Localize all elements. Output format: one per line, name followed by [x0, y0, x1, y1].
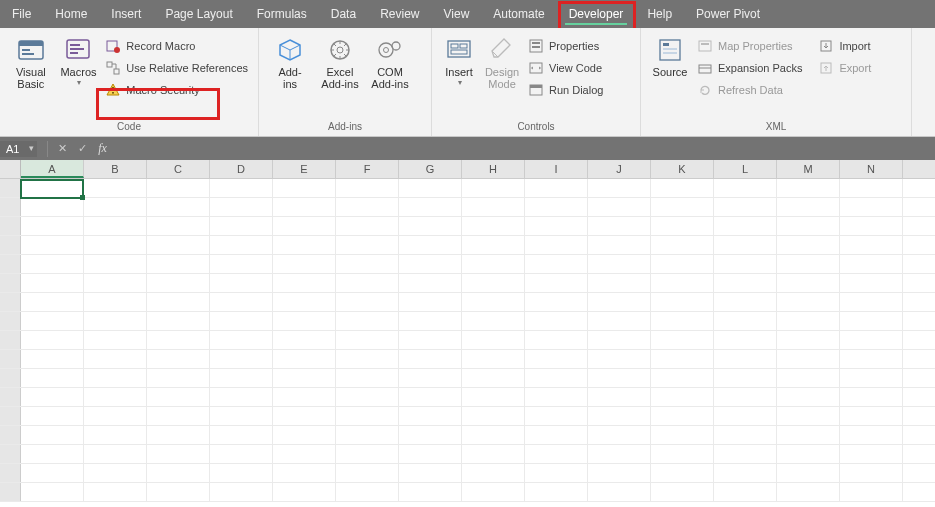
cell[interactable]	[84, 445, 147, 463]
tab-file[interactable]: File	[0, 0, 43, 28]
import-button[interactable]: Import	[814, 36, 875, 56]
cell[interactable]	[84, 274, 147, 292]
tab-data[interactable]: Data	[319, 0, 368, 28]
cell[interactable]	[336, 312, 399, 330]
row-header-2[interactable]	[0, 198, 21, 216]
cell[interactable]	[273, 426, 336, 444]
cell[interactable]	[840, 426, 903, 444]
cell[interactable]	[714, 369, 777, 387]
cell[interactable]	[336, 331, 399, 349]
row-header-3[interactable]	[0, 217, 21, 235]
cell[interactable]	[525, 179, 588, 197]
row-header-6[interactable]	[0, 274, 21, 292]
cell[interactable]	[777, 331, 840, 349]
cell[interactable]	[777, 369, 840, 387]
cell[interactable]	[210, 255, 273, 273]
cell[interactable]	[210, 198, 273, 216]
cell[interactable]	[651, 198, 714, 216]
row-header-14[interactable]	[0, 426, 21, 444]
cell[interactable]	[840, 198, 903, 216]
record-macro-button[interactable]: Record Macro	[101, 36, 252, 56]
cell[interactable]	[399, 312, 462, 330]
cell[interactable]	[399, 426, 462, 444]
cancel-formula-button[interactable]: ✕	[52, 139, 72, 159]
cell[interactable]	[336, 255, 399, 273]
row-header-15[interactable]	[0, 445, 21, 463]
cell[interactable]	[588, 369, 651, 387]
cell[interactable]	[147, 464, 210, 482]
cell[interactable]	[840, 407, 903, 425]
cell[interactable]	[525, 312, 588, 330]
cell[interactable]	[777, 255, 840, 273]
cell[interactable]	[714, 464, 777, 482]
row-header-12[interactable]	[0, 388, 21, 406]
insert-function-button[interactable]: fx	[92, 139, 112, 159]
cell[interactable]	[651, 312, 714, 330]
cell[interactable]	[462, 350, 525, 368]
cell[interactable]	[714, 350, 777, 368]
row-header-5[interactable]	[0, 255, 21, 273]
cell[interactable]	[714, 483, 777, 501]
tab-powerpivot[interactable]: Power Pivot	[684, 0, 772, 28]
cell[interactable]	[210, 217, 273, 235]
cell[interactable]	[777, 483, 840, 501]
cell[interactable]	[147, 426, 210, 444]
worksheet-grid[interactable]	[0, 179, 935, 507]
cell[interactable]	[210, 350, 273, 368]
cell[interactable]	[777, 198, 840, 216]
cell[interactable]	[588, 217, 651, 235]
map-properties-button[interactable]: Map Properties	[693, 36, 806, 56]
cell[interactable]	[336, 483, 399, 501]
cell[interactable]	[399, 198, 462, 216]
cell[interactable]	[147, 274, 210, 292]
cell[interactable]	[462, 331, 525, 349]
column-header-N[interactable]: N	[840, 160, 903, 178]
cell[interactable]	[525, 426, 588, 444]
row-header-9[interactable]	[0, 331, 21, 349]
cell[interactable]	[651, 388, 714, 406]
cell[interactable]	[84, 255, 147, 273]
tab-insert[interactable]: Insert	[99, 0, 153, 28]
cell[interactable]	[210, 445, 273, 463]
column-header-D[interactable]: D	[210, 160, 273, 178]
cell[interactable]	[84, 293, 147, 311]
cell[interactable]	[147, 179, 210, 197]
column-header-J[interactable]: J	[588, 160, 651, 178]
cell[interactable]	[462, 198, 525, 216]
cell[interactable]	[525, 236, 588, 254]
cell[interactable]	[399, 331, 462, 349]
cell[interactable]	[336, 274, 399, 292]
cell[interactable]	[777, 407, 840, 425]
cell[interactable]	[525, 274, 588, 292]
cell[interactable]	[21, 293, 84, 311]
cell[interactable]	[777, 217, 840, 235]
cell[interactable]	[525, 464, 588, 482]
cell[interactable]	[840, 350, 903, 368]
cell[interactable]	[273, 483, 336, 501]
cell[interactable]	[84, 388, 147, 406]
cell[interactable]	[336, 464, 399, 482]
cell[interactable]	[840, 255, 903, 273]
cell[interactable]	[840, 274, 903, 292]
name-box[interactable]: A1	[0, 141, 37, 157]
cell[interactable]	[399, 407, 462, 425]
cell[interactable]	[210, 426, 273, 444]
cell[interactable]	[399, 179, 462, 197]
cell[interactable]	[273, 198, 336, 216]
row-header-17[interactable]	[0, 483, 21, 501]
cell[interactable]	[840, 217, 903, 235]
tab-developer[interactable]: Developer	[557, 0, 636, 28]
formula-input[interactable]	[112, 140, 935, 158]
cell[interactable]	[588, 274, 651, 292]
cell[interactable]	[651, 217, 714, 235]
cell[interactable]	[210, 483, 273, 501]
cell[interactable]	[714, 407, 777, 425]
cell[interactable]	[147, 217, 210, 235]
cell[interactable]	[210, 312, 273, 330]
com-addins-button[interactable]: COM Add-ins	[365, 32, 415, 90]
cell[interactable]	[651, 407, 714, 425]
cell[interactable]	[714, 217, 777, 235]
column-header-G[interactable]: G	[399, 160, 462, 178]
cell[interactable]	[840, 293, 903, 311]
cell[interactable]	[336, 350, 399, 368]
